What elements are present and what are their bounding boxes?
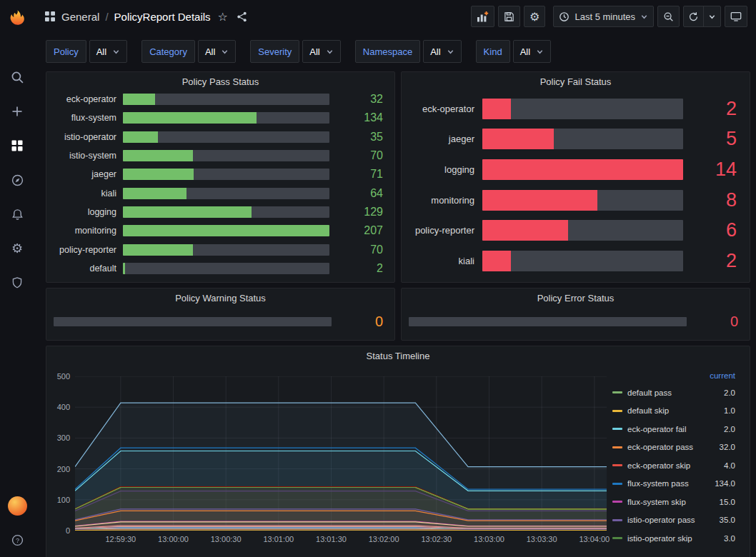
bar-value: 6 bbox=[691, 219, 737, 241]
legend-item[interactable]: flux-system skip15.0 bbox=[612, 493, 735, 511]
bar-fill bbox=[482, 159, 683, 180]
bar-value: 35 bbox=[336, 131, 383, 144]
panel-title-fail[interactable]: Policy Fail Status bbox=[402, 72, 750, 91]
legend-item[interactable]: default skip1.0 bbox=[612, 402, 735, 421]
x-axis-label: 13:01:30 bbox=[316, 535, 347, 543]
x-axis-label: 13:00:00 bbox=[158, 535, 189, 543]
legend-item[interactable]: eck-operator fail2.0 bbox=[612, 420, 735, 438]
legend-current-header[interactable]: current bbox=[612, 368, 735, 383]
user-avatar[interactable] bbox=[0, 488, 34, 523]
filter-value-dropdown[interactable]: All bbox=[89, 40, 127, 63]
legend-item[interactable]: istio-operator skip3.0 bbox=[612, 529, 735, 548]
timeline-plot[interactable] bbox=[75, 376, 607, 531]
filter-label[interactable]: Severity bbox=[250, 40, 299, 63]
bar-track bbox=[123, 188, 329, 199]
bar-fill bbox=[482, 99, 511, 119]
alerting-bell-icon[interactable] bbox=[0, 197, 34, 231]
bar-track bbox=[123, 263, 329, 274]
bar-track bbox=[123, 206, 329, 218]
grafana-logo[interactable] bbox=[0, 1, 34, 36]
chevron-down-icon bbox=[536, 48, 544, 56]
bar-fill bbox=[123, 244, 193, 256]
legend-current-value: 2.0 bbox=[705, 388, 735, 397]
bar-track bbox=[123, 169, 329, 180]
bar-value: 70 bbox=[336, 149, 383, 162]
bar-gauge-row: jaeger71 bbox=[54, 168, 383, 181]
bar-track bbox=[482, 220, 683, 241]
filter-value-dropdown[interactable]: All bbox=[302, 40, 340, 63]
panel-policy-warning: Policy Warning Status 0 bbox=[46, 288, 395, 341]
bar-label: kiali bbox=[54, 189, 116, 199]
legend-current-value: 35.0 bbox=[705, 516, 735, 524]
x-axis-label: 13:00:30 bbox=[211, 535, 242, 543]
filter-label[interactable]: Category bbox=[141, 40, 195, 63]
legend-series-name: istio-operator skip bbox=[627, 534, 700, 543]
bar-track bbox=[482, 190, 683, 211]
y-axis-label: 400 bbox=[57, 403, 70, 411]
filter-selected-value: All bbox=[309, 46, 319, 57]
bar-value: 129 bbox=[336, 206, 383, 219]
top-nav: General / PolicyReport Details ☆ ⚙ Last … bbox=[34, 0, 756, 33]
bar-track bbox=[123, 131, 329, 143]
save-dashboard-button[interactable] bbox=[498, 6, 520, 27]
legend-item[interactable]: istio-operator pass35.0 bbox=[612, 511, 735, 530]
chevron-down-icon bbox=[326, 48, 334, 56]
filter-category: CategoryAll bbox=[141, 40, 236, 63]
warning-bar-track bbox=[54, 317, 332, 326]
panel-title-pass[interactable]: Policy Pass Status bbox=[46, 72, 394, 91]
panel-status-timeline: Status Timeline 0100200300400500 12:59:3… bbox=[46, 346, 750, 557]
breadcrumb-folder[interactable]: General bbox=[61, 11, 99, 23]
panel-title-timeline[interactable]: Status Timeline bbox=[46, 346, 750, 365]
legend-color-swatch bbox=[612, 446, 622, 448]
server-admin-shield-icon[interactable] bbox=[0, 266, 34, 300]
share-icon[interactable] bbox=[235, 10, 249, 24]
bar-label: default bbox=[54, 264, 116, 274]
bar-gauge-row: kiali2 bbox=[409, 250, 737, 272]
fail-bars: eck-operator2jaeger5logging14monitoring8… bbox=[402, 91, 750, 282]
warning-gauge-row: 0 bbox=[46, 307, 394, 340]
explore-compass-icon[interactable] bbox=[0, 163, 34, 197]
legend-color-swatch bbox=[612, 519, 622, 521]
bar-fill bbox=[123, 206, 252, 218]
svg-text:?: ? bbox=[15, 536, 19, 543]
star-dashboard-icon[interactable]: ☆ bbox=[217, 9, 229, 25]
panel-title-error[interactable]: Policy Error Status bbox=[402, 288, 750, 307]
nav-actions: ⚙ Last 5 minutes bbox=[471, 6, 747, 27]
legend-item[interactable]: eck-operator skip4.0 bbox=[612, 456, 735, 475]
legend-current-value: 15.0 bbox=[705, 498, 735, 506]
zoom-out-time-button[interactable] bbox=[657, 6, 680, 27]
filter-value-dropdown[interactable]: All bbox=[198, 40, 236, 63]
help-icon[interactable]: ? bbox=[0, 523, 34, 557]
pass-bars: eck-operator32flux-system134istio-operat… bbox=[46, 91, 394, 282]
timeline-body: 0100200300400500 12:59:3013:00:0013:00:3… bbox=[46, 365, 750, 557]
refresh-interval-chevron-icon[interactable] bbox=[703, 6, 720, 26]
add-panel-button[interactable] bbox=[471, 6, 494, 27]
time-range-picker[interactable]: Last 5 minutes bbox=[553, 6, 654, 27]
configuration-gear-icon[interactable]: ⚙ bbox=[0, 231, 34, 266]
kiosk-tv-icon[interactable] bbox=[725, 6, 747, 27]
refresh-icon[interactable] bbox=[684, 6, 703, 26]
dashboard-settings-gear-icon[interactable]: ⚙ bbox=[524, 6, 545, 27]
y-axis-label: 300 bbox=[57, 433, 70, 442]
search-icon[interactable] bbox=[0, 60, 34, 94]
filter-value-dropdown[interactable]: All bbox=[513, 40, 551, 63]
create-plus-icon[interactable] bbox=[0, 94, 34, 129]
filter-value-dropdown[interactable]: All bbox=[423, 40, 461, 63]
filter-label[interactable]: Kind bbox=[476, 40, 510, 63]
bar-gauge-row: kiali64 bbox=[54, 187, 383, 200]
legend-item[interactable]: flux-system pass134.0 bbox=[612, 475, 735, 493]
filter-label[interactable]: Policy bbox=[46, 40, 86, 63]
y-axis-label: 500 bbox=[57, 372, 70, 381]
bar-track bbox=[482, 99, 683, 119]
legend-item[interactable]: eck-operator pass32.0 bbox=[612, 438, 735, 457]
filter-label[interactable]: Namespace bbox=[355, 40, 420, 63]
x-axis-label: 13:04:00 bbox=[579, 535, 610, 543]
legend-item[interactable]: default pass2.0 bbox=[612, 383, 735, 402]
legend-series-name: flux-system skip bbox=[627, 498, 700, 506]
panel-title-warning[interactable]: Policy Warning Status bbox=[46, 288, 394, 307]
dashboards-icon[interactable] bbox=[0, 129, 34, 163]
legend-current-value: 1.0 bbox=[705, 406, 735, 415]
breadcrumb-separator: / bbox=[105, 11, 108, 23]
x-axis-label: 13:02:00 bbox=[369, 535, 399, 543]
chevron-down-icon bbox=[447, 48, 454, 56]
